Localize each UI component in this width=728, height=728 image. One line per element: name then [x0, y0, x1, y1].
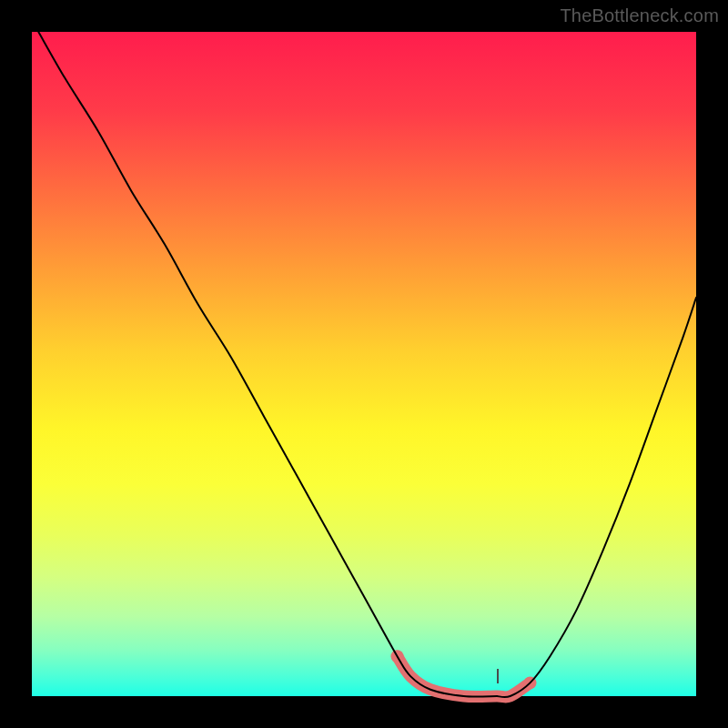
watermark-text: TheBottleneck.com	[560, 5, 719, 26]
chart-svg	[32, 32, 696, 696]
chart-frame: TheBottleneck.com	[0, 0, 728, 728]
curve-right-branch	[497, 298, 696, 697]
highlight-bottom-segment	[398, 656, 531, 697]
curve-left-branch	[38, 32, 497, 697]
